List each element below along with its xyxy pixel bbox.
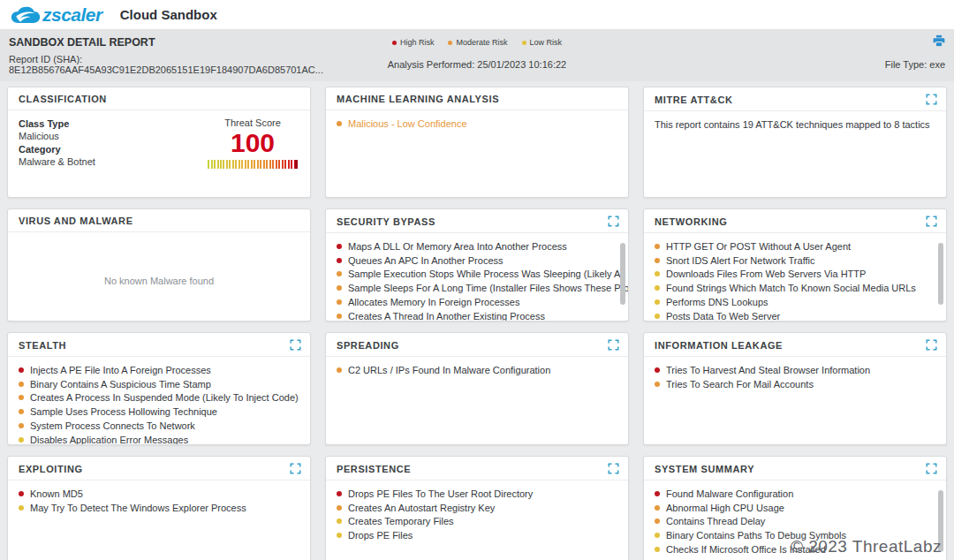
finding-item: Sample Uses Process Hollowing Technique <box>19 405 299 419</box>
expand-icon[interactable] <box>926 339 937 351</box>
panel-spreading: SPREADING C2 URLs / IPs Found In Malware… <box>325 332 629 445</box>
panel-stealth: STEALTH Injects A PE File Into A Foreign… <box>7 332 311 445</box>
panel-networking: NETWORKING HTTP GET Or POST Without A Us… <box>643 208 947 322</box>
category-value: Malware & Botnet <box>19 156 95 167</box>
risk-bullet-icon <box>337 367 342 373</box>
panel-header: PERSISTENCE <box>326 457 628 481</box>
panel-title: STEALTH <box>19 340 66 351</box>
expand-icon[interactable] <box>608 463 619 474</box>
finding-item: Creates A Process In Suspended Mode (Lik… <box>19 391 299 405</box>
risk-bullet-icon <box>655 244 660 249</box>
finding-item: HTTP GET Or POST Without A User Agent <box>655 239 935 254</box>
finding-text: Creates A Process In Suspended Mode (Lik… <box>30 392 299 403</box>
panel-header: NETWORKING <box>644 209 946 233</box>
finding-item: C2 URLs / IPs Found In Malware Configura… <box>337 363 617 377</box>
risk-bullet-icon <box>655 533 660 538</box>
risk-bullet-icon <box>655 547 660 552</box>
finding-item: Known MD5 <box>19 487 299 501</box>
scrollbar[interactable] <box>620 243 625 305</box>
risk-bullet-icon <box>655 258 660 263</box>
scrollbar[interactable] <box>938 243 943 305</box>
expand-icon[interactable] <box>290 463 301 474</box>
risk-bullet-icon <box>337 314 342 319</box>
finding-item: Classification Label <box>655 556 935 560</box>
analysis-performed: Analysis Performed: 25/01/2023 10:16:22 <box>388 59 566 70</box>
legend-dot-icon <box>448 41 452 45</box>
panel-title: SPREADING <box>337 340 399 351</box>
expand-icon[interactable] <box>926 216 937 227</box>
finding-text: Contains Thread Delay <box>666 516 765 526</box>
finding-list: Drops PE Files To The User Root Director… <box>326 481 628 549</box>
finding-text: Tries To Search For Mail Accounts <box>666 379 814 390</box>
risk-bullet-icon <box>19 382 24 387</box>
legend-label: High Risk <box>400 38 435 47</box>
expand-icon[interactable] <box>926 463 937 474</box>
finding-item: Drops PE Files To The User Root Director… <box>337 487 617 501</box>
finding-text: Performs DNS Lookups <box>666 297 768 307</box>
risk-bullet-icon <box>337 491 342 496</box>
finding-item: Found Strings Which Match To Known Socia… <box>655 281 935 295</box>
legend-item: Moderate Risk <box>448 38 507 47</box>
risk-bullet-icon <box>337 533 342 538</box>
print-button[interactable] <box>933 34 945 47</box>
panel-virus-and-malware: VIRUS AND MALWARE No known Malware found <box>7 208 311 322</box>
finding-item: Snort IDS Alert For Network Traffic <box>655 254 935 268</box>
expand-icon[interactable] <box>608 339 619 351</box>
finding-text: Sample Uses Process Hollowing Technique <box>30 406 217 417</box>
panel-header: MITRE ATT&CK <box>644 87 946 111</box>
report-id: Report ID (SHA): 8E12B85676AAF45A93C91E2… <box>9 54 388 75</box>
risk-bullet-icon <box>337 121 342 126</box>
panel-header: STEALTH <box>8 333 310 357</box>
panel-header: SECURITY BYPASS <box>326 209 628 233</box>
risk-bullet-icon <box>655 491 660 496</box>
legend-dot-icon <box>392 41 397 45</box>
finding-text: Sample Sleeps For A Long Time (Installer… <box>348 283 629 293</box>
finding-list: C2 URLs / IPs Found In Malware Configura… <box>326 357 628 383</box>
finding-item: Binary Contains A Suspicious Time Stamp <box>19 377 299 391</box>
risk-bullet-icon <box>19 437 24 443</box>
risk-bullet-icon <box>337 299 342 305</box>
finding-item: Tries To Search For Mail Accounts <box>655 377 935 391</box>
finding-item: Contains Thread Delay <box>655 515 935 529</box>
panel-title: SECURITY BYPASS <box>337 216 435 227</box>
risk-bullet-icon <box>337 518 342 524</box>
finding-item: Queues An APC In Another Process <box>337 254 617 268</box>
finding-text: Tries To Harvest And Steal Browser Infor… <box>666 365 870 375</box>
expand-icon[interactable] <box>608 216 619 227</box>
panel-header: EXPLOITING <box>8 457 310 481</box>
risk-legend: High Risk Moderate Risk Low Risk <box>392 38 562 47</box>
finding-text: Abnormal High CPU Usage <box>666 503 784 513</box>
finding-item: Creates A Thread In Another Existing Pro… <box>337 309 617 322</box>
risk-bullet-icon <box>655 367 660 373</box>
threat-score-value: 100 <box>208 128 298 159</box>
report-title: SANDBOX DETAIL REPORT <box>9 36 392 49</box>
finding-text: Downloads Files From Web Servers Via HTT… <box>666 269 866 279</box>
finding-item: Allocates Memory In Foreign Processes <box>337 295 617 309</box>
legend-label: Low Risk <box>530 38 563 47</box>
zscaler-logo: zscaler <box>11 4 102 26</box>
finding-text: Malicious - Low Confidence <box>348 118 467 129</box>
finding-text: Snort IDS Alert For Network Traffic <box>666 255 815 266</box>
finding-item: Found Malware Configuration <box>655 487 935 501</box>
panel-title: INFORMATION LEAKAGE <box>655 340 783 351</box>
expand-icon[interactable] <box>926 94 937 105</box>
finding-text: Known MD5 <box>30 488 83 499</box>
finding-text: Injects A PE File Into A Foreign Process… <box>30 365 211 375</box>
panel-header: VIRUS AND MALWARE <box>8 209 310 232</box>
risk-bullet-icon <box>337 258 342 263</box>
threat-score-label: Threat Score <box>208 117 298 128</box>
risk-bullet-icon <box>337 271 342 276</box>
finding-list: Known MD5 May Try To Detect The Windows … <box>8 481 310 521</box>
mitre-summary: This report contains 19 ATT&CK technique… <box>655 117 935 130</box>
risk-bullet-icon <box>337 244 342 249</box>
class-type-label: Class Type <box>19 118 95 129</box>
finding-item: Drops PE Files <box>337 528 617 542</box>
expand-icon[interactable] <box>290 339 301 351</box>
finding-item: Sample Sleeps For A Long Time (Installer… <box>337 281 617 295</box>
finding-list: Malicious - Low Confidence <box>326 110 628 137</box>
finding-text: Posts Data To Web Server <box>666 311 780 322</box>
panel-title: MITRE ATT&CK <box>655 95 732 105</box>
risk-bullet-icon <box>655 314 660 319</box>
threat-score-meter <box>208 160 298 169</box>
risk-bullet-icon <box>337 505 342 511</box>
